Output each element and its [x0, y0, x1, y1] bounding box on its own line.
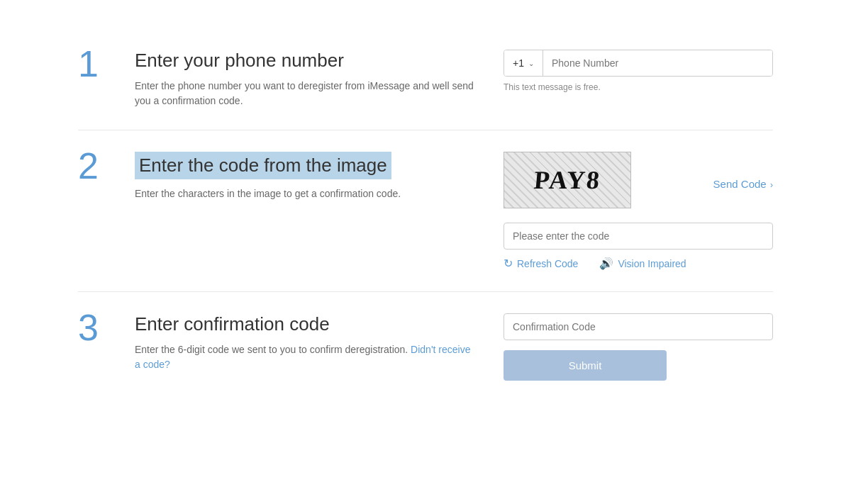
step-1-description: Enter the phone number you want to dereg… — [135, 79, 475, 108]
step-3-description-text: Enter the 6-digit code we sent to you to… — [135, 344, 408, 355]
step-2-number: 2 — [78, 147, 121, 184]
step-1: 1 Enter your phone number Enter the phon… — [78, 28, 773, 130]
phone-input-row: +1 ⌄ — [504, 50, 773, 77]
step-2-content: Enter the code from the image Enter the … — [135, 152, 475, 201]
step-2: 2 Enter the code from the image Enter th… — [78, 130, 773, 292]
captcha-actions: ↻ Refresh Code 🔊 Vision Impaired — [504, 257, 773, 270]
vision-impaired-label: Vision Impaired — [618, 258, 686, 269]
step-3-number: 3 — [78, 309, 121, 346]
captcha-code-input[interactable] — [504, 223, 773, 250]
captcha-image: PAY8 — [504, 152, 631, 208]
country-code-selector[interactable]: +1 ⌄ — [504, 50, 543, 76]
captcha-text: PAY8 — [533, 165, 602, 195]
refresh-icon: ↻ — [504, 257, 513, 270]
refresh-code-label: Refresh Code — [517, 258, 578, 269]
step-1-controls: +1 ⌄ This text message is free. — [504, 50, 773, 92]
phone-note: This text message is free. — [504, 82, 773, 92]
step-2-title: Enter the code from the image — [135, 152, 391, 179]
step-3-description: Enter the 6-digit code we sent to you to… — [135, 342, 475, 372]
captcha-and-send: PAY8 Send Code › — [504, 152, 773, 215]
submit-button[interactable]: Submit — [504, 350, 667, 381]
step-2-description: Enter the characters in the image to get… — [135, 186, 475, 201]
step-1-title: Enter your phone number — [135, 50, 475, 72]
country-code-value: +1 — [513, 57, 524, 69]
send-code-link[interactable]: Send Code › — [713, 178, 773, 190]
speaker-icon: 🔊 — [599, 257, 613, 270]
chevron-down-icon: ⌄ — [528, 60, 534, 67]
send-code-label: Send Code — [713, 178, 767, 190]
confirmation-code-input[interactable] — [504, 313, 773, 340]
submit-label: Submit — [569, 359, 602, 371]
page-wrapper: 1 Enter your phone number Enter the phon… — [35, 0, 816, 430]
step-3-title: Enter confirmation code — [135, 313, 475, 335]
step-2-controls: PAY8 Send Code › ↻ Refresh Code 🔊 Vision… — [504, 152, 773, 270]
vision-impaired-button[interactable]: 🔊 Vision Impaired — [599, 257, 686, 270]
step-1-content: Enter your phone number Enter the phone … — [135, 50, 475, 108]
step-3-controls: Submit — [504, 313, 773, 381]
phone-number-input[interactable] — [543, 50, 772, 76]
step-3-content: Enter confirmation code Enter the 6-digi… — [135, 313, 475, 372]
step-1-number: 1 — [78, 45, 121, 82]
step-3: 3 Enter confirmation code Enter the 6-di… — [78, 292, 773, 402]
refresh-code-button[interactable]: ↻ Refresh Code — [504, 257, 578, 270]
chevron-right-icon: › — [768, 180, 773, 190]
